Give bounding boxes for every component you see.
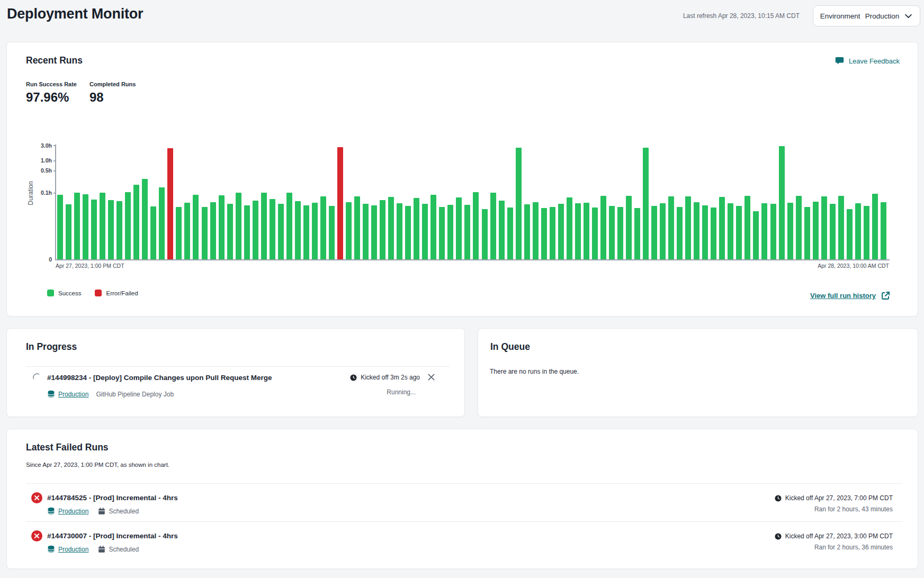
chart-bar-success[interactable] xyxy=(66,204,71,259)
chart-bar-success[interactable] xyxy=(270,199,275,259)
chart-bar-success[interactable] xyxy=(685,196,691,259)
chart-bar-success[interactable] xyxy=(779,146,785,259)
chart-bar-success[interactable] xyxy=(736,206,742,259)
chart-bar-success[interactable] xyxy=(422,204,428,259)
chart-bar-success[interactable] xyxy=(430,195,436,259)
chart-bar-success[interactable] xyxy=(541,208,547,259)
chart-bar-success[interactable] xyxy=(490,193,496,259)
chart-bar-success[interactable] xyxy=(133,185,139,259)
chart-bar-success[interactable] xyxy=(804,207,810,259)
chart-bar-success[interactable] xyxy=(346,202,352,259)
production-link[interactable]: Production xyxy=(58,508,88,515)
chart-bar-success[interactable] xyxy=(371,205,377,259)
chart-bar-success[interactable] xyxy=(533,202,539,259)
chart-bar-success[interactable] xyxy=(125,192,131,259)
chart-bar-success[interactable] xyxy=(813,202,819,259)
chart-bar-success[interactable] xyxy=(838,196,844,259)
chart-bar-success[interactable] xyxy=(286,193,292,259)
chart-bar-success[interactable] xyxy=(456,197,462,259)
chart-bar-success[interactable] xyxy=(558,204,564,259)
production-link[interactable]: Production xyxy=(58,391,88,398)
chart-bar-success[interactable] xyxy=(473,192,479,259)
chart-bar-success[interactable] xyxy=(363,204,369,259)
chart-bar-success[interactable] xyxy=(482,209,488,259)
chart-bar-success[interactable] xyxy=(100,193,105,259)
chart-bar-success[interactable] xyxy=(244,205,250,259)
leave-feedback-link[interactable]: Leave Feedback xyxy=(835,57,900,65)
chart-bar-success[interactable] xyxy=(278,204,284,259)
chart-bar-success[interactable] xyxy=(236,193,241,259)
chart-bar-success[interactable] xyxy=(617,207,623,259)
chart-bar-success[interactable] xyxy=(550,207,555,259)
chart-bar-success[interactable] xyxy=(380,200,385,259)
chart-bar-success[interactable] xyxy=(320,196,326,259)
chart-bar-success[interactable] xyxy=(507,207,513,259)
chart-bar-success[interactable] xyxy=(464,205,470,259)
chart-bar-success[interactable] xyxy=(150,206,156,259)
chart-bar-success[interactable] xyxy=(702,205,708,259)
chart-bar-success[interactable] xyxy=(524,204,530,259)
chart-bar-success[interactable] xyxy=(592,207,598,259)
chart-bar-success[interactable] xyxy=(397,203,402,259)
chart-bar-success[interactable] xyxy=(57,195,63,259)
chart-bar-success[interactable] xyxy=(227,204,233,259)
chart-bar-success[interactable] xyxy=(668,196,674,259)
chart-bar-success[interactable] xyxy=(609,206,615,259)
chart-bar-success[interactable] xyxy=(447,205,453,259)
chart-bar-success[interactable] xyxy=(626,196,632,259)
chart-bar-success[interactable] xyxy=(261,193,267,259)
chart-bar-success[interactable] xyxy=(855,203,861,259)
chart-bar-success[interactable] xyxy=(405,206,411,259)
chart-bar-failed[interactable] xyxy=(337,147,343,259)
chart-bar-success[interactable] xyxy=(847,209,853,259)
chart-bar-success[interactable] xyxy=(600,196,606,259)
chart-bar-success[interactable] xyxy=(388,197,394,259)
chart-bar-success[interactable] xyxy=(354,196,360,259)
chart-bar-success[interactable] xyxy=(660,203,666,259)
chart-bar-success[interactable] xyxy=(821,196,827,259)
chart-bar-success[interactable] xyxy=(864,206,869,259)
chart-bar-success[interactable] xyxy=(91,200,97,259)
chart-bar-success[interactable] xyxy=(770,204,776,259)
chart-bar-success[interactable] xyxy=(516,148,522,259)
chart-bar-success[interactable] xyxy=(753,211,759,259)
environment-dropdown[interactable]: Environment Production xyxy=(813,5,920,26)
chart-bar-success[interactable] xyxy=(253,201,258,259)
chart-bar-success[interactable] xyxy=(184,203,190,259)
chart-bar-success[interactable] xyxy=(295,201,301,259)
chart-bar-success[interactable] xyxy=(193,195,199,259)
chart-bar-success[interactable] xyxy=(312,203,318,259)
chart-bar-success[interactable] xyxy=(881,202,886,259)
chart-bar-success[interactable] xyxy=(584,203,589,259)
chart-bar-success[interactable] xyxy=(83,194,88,259)
view-full-run-history-link[interactable]: View full run history xyxy=(810,291,890,300)
chart-bar-success[interactable] xyxy=(728,203,733,259)
chart-bar-success[interactable] xyxy=(634,208,640,259)
chart-bar-success[interactable] xyxy=(116,201,122,259)
close-icon[interactable] xyxy=(427,373,435,381)
chart-bar-success[interactable] xyxy=(329,206,335,259)
chart-bar-success[interactable] xyxy=(651,206,657,259)
chart-bar-success[interactable] xyxy=(643,148,649,259)
chart-bar-success[interactable] xyxy=(74,193,80,259)
chart-bar-failed[interactable] xyxy=(167,148,173,259)
chart-bar-success[interactable] xyxy=(872,194,878,259)
chart-bar-success[interactable] xyxy=(499,201,505,259)
chart-bar-success[interactable] xyxy=(694,202,699,259)
chart-bar-success[interactable] xyxy=(567,197,572,259)
chart-bar-success[interactable] xyxy=(677,207,683,259)
chart-bar-success[interactable] xyxy=(744,196,750,259)
chart-bar-success[interactable] xyxy=(303,205,309,259)
chart-bar-success[interactable] xyxy=(719,197,725,259)
chart-bar-success[interactable] xyxy=(219,195,225,259)
chart-bar-success[interactable] xyxy=(176,207,182,259)
chart-bar-success[interactable] xyxy=(108,200,114,259)
chart-bar-success[interactable] xyxy=(414,198,419,259)
chart-bar-success[interactable] xyxy=(796,196,802,259)
chart-bar-success[interactable] xyxy=(787,203,793,259)
chart-bar-success[interactable] xyxy=(761,203,767,259)
production-link[interactable]: Production xyxy=(58,546,88,553)
chart-bar-success[interactable] xyxy=(142,179,148,259)
chart-bar-success[interactable] xyxy=(830,204,836,259)
chart-bar-success[interactable] xyxy=(439,207,445,259)
